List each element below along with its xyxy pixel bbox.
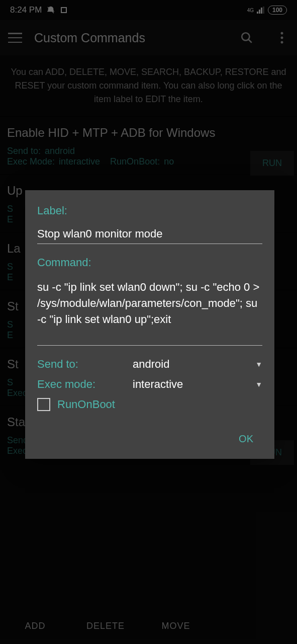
exec-mode-label: Exec mode: [37,378,133,391]
exec-mode-dropdown[interactable]: Exec mode: interactive ▼ [37,378,262,391]
exec-mode-value: interactive [133,378,255,391]
ok-button[interactable]: OK [230,429,262,449]
command-input[interactable] [37,279,262,346]
chevron-down-icon: ▼ [255,360,262,368]
chevron-down-icon: ▼ [255,380,262,388]
send-to-value: android [133,358,255,371]
command-field-label: Command: [37,256,262,269]
label-field-label: Label: [37,204,262,217]
runonboot-label: RunOnBoot [57,398,115,411]
send-to-dropdown[interactable]: Send to: android ▼ [37,358,262,371]
runonboot-checkbox[interactable] [37,398,50,411]
label-input[interactable] [37,227,262,244]
edit-command-dialog: Label: Command: Send to: android ▼ Exec … [25,190,274,459]
send-to-label: Send to: [37,358,133,371]
